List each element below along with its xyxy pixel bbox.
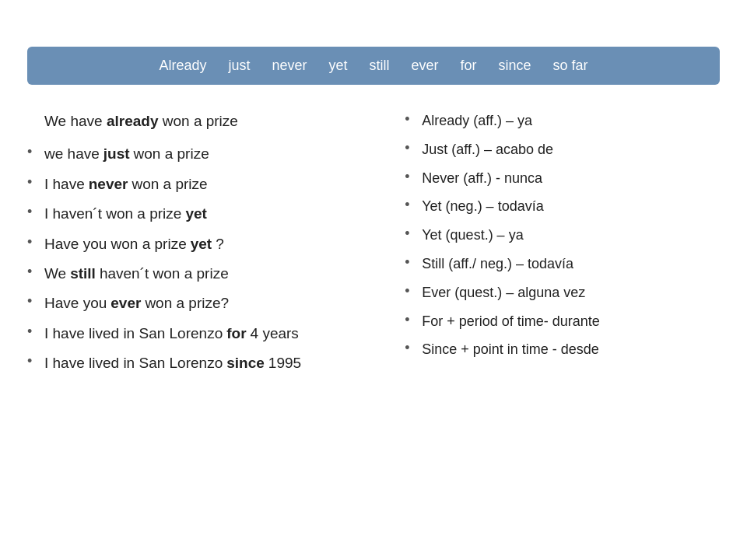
keyword-item: since [499, 58, 531, 74]
translation-item: For + period of time- durante [405, 309, 720, 334]
sentence-item: we have just won a prize [27, 141, 374, 167]
sentence-item: I have lived in San Lorenzo for 4 years [27, 320, 374, 347]
sentence-top: We have already won a prize [27, 108, 374, 138]
keyword-item: never [272, 58, 307, 74]
translation-item: Yet (quest.) – ya [405, 222, 720, 248]
content-area: We have already won a prizewe have just … [27, 108, 720, 377]
sentence-item: Have you won a prize yet? [27, 231, 374, 257]
sentence-item: I have never won a prize [27, 171, 374, 198]
right-column: Already (aff.) – yaJust (aff.) – acabo d… [405, 108, 720, 362]
translation-item: Yet (neg.) – todavía [405, 194, 720, 219]
translation-item: Still (aff./ neg.) – todavía [405, 251, 720, 277]
sentence-item: I have lived in San Lorenzo since 1995 [27, 350, 374, 376]
keyword-item: ever [412, 58, 439, 74]
keyword-item: yet [328, 58, 347, 74]
translation-item: Ever (quest.) – alguna vez [405, 280, 720, 306]
sentence-item: We still haven´t won a prize [27, 261, 374, 287]
keyword-item: still [370, 58, 390, 74]
keyword-bar: Alreadyjustneveryetstilleverforsinceso f… [27, 47, 720, 85]
translation-item: Just (aff.) – acabo de [405, 137, 720, 163]
sentence-item: I haven´t won a prize yet [27, 201, 374, 227]
translation-item: Never (aff.) - nunca [405, 166, 720, 191]
page: Alreadyjustneveryetstilleverforsinceso f… [0, 0, 747, 560]
keyword-item: Already [159, 58, 206, 74]
keyword-item: just [228, 58, 250, 74]
translation-item: Since + point in time - desde [405, 337, 720, 362]
keyword-item: so far [553, 58, 588, 74]
left-column: We have already won a prizewe have just … [27, 108, 374, 377]
translation-item: Already (aff.) – ya [405, 108, 720, 134]
keyword-item: for [461, 58, 477, 74]
sentence-item: Have you ever won a prize? [27, 290, 374, 317]
